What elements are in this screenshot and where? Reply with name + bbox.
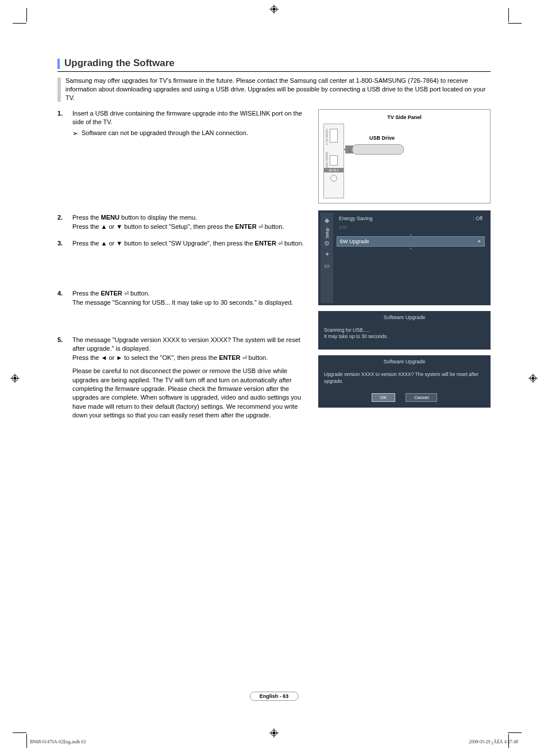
setup-menu-figure: ◆ Setup ⚙ ✦ ▭ Energy Saving : Off PIP ▲ [318,210,491,305]
instructions-column: 1. Insert a USB drive containing the fir… [57,109,318,420]
sidebar-icon: ▭ [323,262,331,270]
step-1: 1. Insert a USB drive containing the fir… [57,109,304,139]
sidebar-icon: ✦ [323,251,331,259]
step-2: 2. Press the MENU button to display the … [57,213,304,231]
av-label: AV IN 2 [324,168,344,172]
intro-accent-bar [57,78,61,102]
menu-row-pip: PIP [337,223,485,232]
intro-text: Samsung may offer upgrades for TV's firm… [65,77,485,101]
usb-label: USB Drive [369,135,395,141]
upgrade-confirm-dialog-figure: Software Upgrade Upgrade version XXXX to… [318,355,491,408]
step-number: 2. [57,213,72,231]
section-header: Upgrading the Software [57,57,491,72]
enter-icon: ⏎ [124,290,129,298]
scanning-dialog-figure: Software Upgrade Scanning for USB..... I… [318,311,491,350]
enter-button-label: ENTER [101,290,122,297]
crop-mark [26,734,27,748]
menu-value: : Off [473,216,483,221]
step-number: 3. [57,239,72,248]
menu-label: Energy Saving [339,216,373,221]
port-label: WISELINK [325,152,329,168]
step-text: button to display the menu. [119,214,197,221]
step-text: button. [263,223,284,230]
enter-icon: ⏎ [258,223,263,231]
step-4: 4. Press the ENTER ⏎ button. The message… [57,289,304,307]
registration-mark-icon [269,728,279,738]
dialog-title: Software Upgrade [318,355,491,368]
crop-mark [13,732,26,733]
gear-icon: ⚙ [323,240,331,248]
tv-side-panel-figure: TV Side Panel HDMI IN 4 WISELINK AV IN 2 [318,109,491,204]
enter-icon: ⏎ [278,240,283,248]
figures-column: TV Side Panel HDMI IN 4 WISELINK AV IN 2 [318,109,491,420]
hdmi-port-icon [330,129,338,143]
page-number-label: English - 63 [250,692,299,701]
step-text: Press the [72,214,101,221]
step-text: Press the ◄ or ► to select the "OK", the… [72,354,219,361]
step-3: 3. Press the ▲ or ▼ button to select "SW… [57,239,304,248]
step-5: 5. The message "Upgrade version XXXX to … [57,336,304,362]
step-text: Press the ▲ or ▼ button to select "Setup… [72,223,235,230]
menu-main: Energy Saving : Off PIP ▲ SW Upgrade ► ▼ [333,213,488,303]
tv-ports: HDMI IN 4 WISELINK AV IN 2 [323,124,344,198]
footer-timestamp: 2008-05-29 ¿ÀÈÄ 4:57:48 [469,739,518,745]
port-label: HDMI IN 4 [325,129,329,145]
menu-scroll-up-icon: ▲ [337,232,485,236]
menu-button-label: MENU [101,214,119,221]
step-text: The message "Upgrade version XXXX to ver… [72,336,300,352]
step-text: Press the ▲ or ▼ button to select "SW Up… [72,240,255,247]
enter-button-label: ENTER [235,223,256,230]
step-text: Insert a USB drive containing the firmwa… [72,110,302,125]
sidebar-icon: ◆ [323,217,331,225]
enter-icon: ⏎ [242,354,247,362]
menu-row-energy: Energy Saving : Off [337,214,485,223]
note-icon: ➢ [72,129,78,139]
step-number: 5. [57,336,72,362]
menu-label: PIP [339,225,348,231]
menu-scroll-down-icon: ▼ [337,247,485,251]
step-text: The message "Scanning for USB... It may … [72,299,293,306]
chevron-right-icon: ► [477,239,482,244]
section-accent-bar [57,59,60,69]
step-number: 4. [57,289,72,307]
menu-label: SW Upgrade [339,239,369,244]
crop-mark [508,732,522,733]
menu-row-sw-upgrade: SW Upgrade ► [337,236,485,247]
footer-filename: BN68-01470A-02Eng.indb 63 [30,739,86,745]
step-text: button. [283,240,304,247]
enter-button-label: ENTER [255,240,276,247]
dialog-line: It may take up to 30 seconds. [324,333,388,339]
svg-point-7 [273,732,276,735]
dialog-body: Scanning for USB..... It may take up to … [318,324,491,344]
sidebar-label: Setup [325,228,329,238]
av-jack-icon [330,175,337,182]
note-text: Software can not be upgraded through the… [82,129,248,139]
dialog-line: Scanning for USB..... [324,327,369,333]
section-title: Upgrading the Software [64,57,175,69]
step-number: 1. [57,109,72,139]
usb-drive-icon [352,144,404,155]
cancel-button: Cancel [406,393,437,402]
menu-sidebar: ◆ Setup ⚙ ✦ ▭ [321,213,333,303]
caution-paragraph: Please be careful to not disconnect the … [72,367,304,420]
step-text: Press the [72,290,101,297]
dialog-title: Software Upgrade [318,311,491,324]
step-text: button. [247,354,268,361]
usb-dots: ▪▪ [349,147,350,153]
dialog-body: Upgrade version XXXX to version XXXX? Th… [318,368,491,389]
wiselink-port-icon [330,155,338,166]
panel-title: TV Side Panel [323,114,485,120]
step-text: button. [129,290,150,297]
intro-paragraph: Samsung may offer upgrades for TV's firm… [65,76,491,102]
enter-button-label: ENTER [219,354,240,361]
ok-button: OK [372,393,396,402]
